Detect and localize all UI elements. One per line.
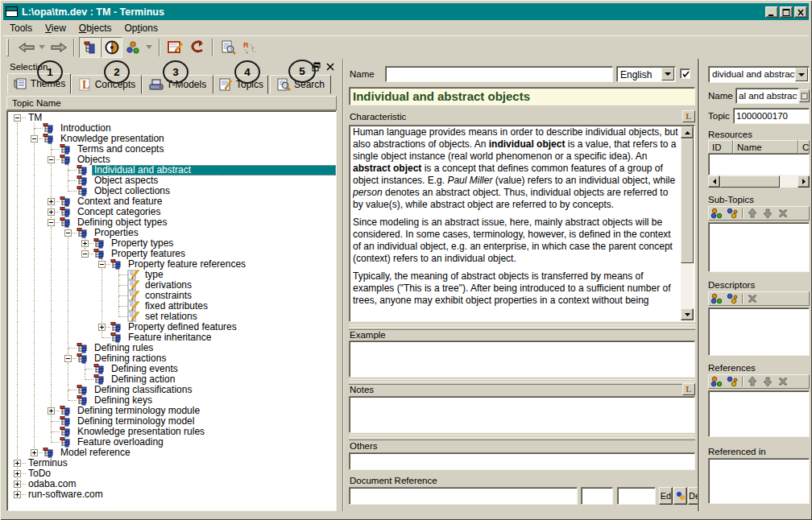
back-button[interactable] — [15, 37, 37, 58]
scope-button[interactable] — [101, 37, 122, 58]
up-icon[interactable] — [747, 376, 760, 387]
tree-item[interactable]: Property feature references — [9, 259, 336, 270]
edit-form-button[interactable] — [164, 37, 186, 58]
tree-item-label[interactable]: Model reference — [58, 448, 133, 458]
run-button[interactable]: R — [239, 37, 261, 58]
tree-item[interactable]: Knowledge presentation rules — [9, 427, 336, 437]
tree-item[interactable]: Knowledge presentation — [9, 134, 336, 144]
delete-icon[interactable] — [777, 376, 790, 387]
objects-dropdown[interactable] — [144, 37, 155, 58]
pencil-icon — [127, 291, 143, 301]
characteristic-language-button[interactable]: L — [682, 110, 695, 122]
docref-edit-button[interactable]: Ed — [659, 487, 673, 505]
menu-objects[interactable]: Objects — [72, 21, 118, 35]
docref-pos-input[interactable] — [617, 487, 656, 505]
language-checkbox[interactable] — [680, 68, 690, 79]
add-icon[interactable] — [710, 376, 723, 387]
splitter[interactable] — [349, 379, 695, 384]
add-icon[interactable] — [710, 293, 723, 304]
name-input[interactable] — [385, 66, 613, 82]
tree-item[interactable]: Introduction — [9, 123, 336, 134]
characteristic-scrollbar[interactable] — [681, 126, 694, 320]
notes-language-button[interactable]: L — [682, 383, 695, 395]
resources-hscrollbar[interactable] — [708, 175, 810, 188]
topic-icon — [93, 249, 109, 259]
scroll-left-icon[interactable] — [708, 175, 720, 188]
example-textarea[interactable] — [349, 340, 695, 378]
tree-item[interactable]: Object collections — [9, 186, 336, 196]
insert-icon[interactable] — [726, 376, 739, 387]
scroll-right-icon[interactable] — [798, 175, 810, 188]
tree-item[interactable]: Context and feature — [9, 196, 336, 207]
scroll-down-icon[interactable] — [681, 308, 694, 320]
tree-item[interactable]: Concept categories — [9, 207, 336, 217]
insert-icon[interactable] — [726, 293, 739, 304]
resources-table-header[interactable]: ID Name C — [708, 140, 810, 154]
insert-icon[interactable] — [726, 208, 739, 219]
tree-item[interactable]: Feature overloading — [9, 437, 336, 448]
subtopics-list[interactable] — [708, 222, 810, 272]
menu-tools[interactable]: Tools — [3, 21, 39, 35]
topic-combo[interactable]: dividual and abstract — [708, 66, 810, 83]
docref-page-input[interactable] — [581, 487, 613, 505]
detail-name-button[interactable] — [799, 89, 810, 102]
language-combo-arrow[interactable] — [661, 68, 674, 80]
down-icon[interactable] — [762, 208, 775, 219]
toolbar-grip[interactable] — [6, 39, 9, 56]
delete-icon[interactable] — [777, 208, 790, 219]
references-list[interactable] — [708, 390, 810, 437]
notes-textarea[interactable] — [349, 396, 695, 433]
tree-item[interactable]: Defining object types — [9, 217, 336, 228]
tree-item-label[interactable]: Property feature references — [126, 259, 248, 270]
minimize-button[interactable] — [765, 6, 778, 18]
tree-item[interactable]: Object aspects — [9, 175, 336, 186]
docref-delete-button[interactable]: Del — [688, 487, 698, 505]
docref-input[interactable] — [349, 487, 578, 505]
tree-item[interactable]: Terms and concepts — [9, 144, 336, 155]
add-icon[interactable] — [710, 208, 723, 219]
tree-item[interactable]: TM — [9, 113, 336, 123]
undo-button[interactable] — [186, 37, 208, 58]
close-button[interactable] — [794, 6, 807, 18]
hscrollbar-thumb[interactable] — [720, 175, 780, 188]
topic-icon — [77, 228, 92, 238]
maximize-button[interactable] — [780, 6, 793, 18]
splitter[interactable] — [349, 435, 695, 440]
language-combo[interactable]: English — [616, 66, 676, 82]
concepts-icon: L — [77, 78, 92, 91]
detail-name-input[interactable] — [735, 88, 799, 104]
others-input[interactable] — [349, 452, 695, 470]
characteristic-textarea[interactable]: Human language provides means in order t… — [349, 125, 695, 322]
tree-item[interactable]: Individual and abstract — [9, 165, 336, 175]
descriptors-list[interactable] — [708, 307, 810, 356]
resources-table-body[interactable] — [708, 154, 810, 175]
tree-item[interactable]: Terminus — [9, 458, 336, 468]
delete-icon[interactable] — [747, 293, 760, 304]
tree-item[interactable]: Defining classifications — [9, 385, 336, 395]
tree-item[interactable]: run-software.com — [9, 489, 336, 500]
tree-view-button[interactable] — [79, 37, 101, 58]
app-icon[interactable] — [6, 6, 18, 17]
tree-item[interactable]: Defining rules — [9, 343, 336, 353]
up-icon[interactable] — [747, 208, 760, 219]
find-document-button[interactable] — [218, 37, 239, 58]
docref-link-button[interactable] — [673, 487, 687, 505]
tree-item-label[interactable]: TM — [26, 113, 44, 123]
menu-view[interactable]: View — [39, 21, 72, 35]
detail-topic-input[interactable] — [733, 108, 810, 124]
referenced-in-label: Referenced in — [708, 447, 766, 456]
objects-button[interactable] — [122, 37, 144, 58]
down-icon[interactable] — [762, 376, 775, 387]
scrollbar-thumb[interactable] — [681, 138, 694, 263]
scroll-up-icon[interactable] — [681, 126, 694, 138]
tree-item-label[interactable]: run-software.com — [26, 489, 106, 500]
topic-combo-arrow[interactable] — [795, 68, 808, 81]
tree-item[interactable]: Feature inheritance — [9, 332, 336, 343]
splitter[interactable] — [349, 324, 695, 329]
close-panel-icon[interactable] — [325, 62, 335, 72]
forward-button[interactable] — [48, 37, 69, 58]
tree-column-header[interactable]: Topic Name — [6, 96, 337, 110]
referenced-in-list[interactable] — [708, 458, 810, 504]
menu-options[interactable]: Options — [118, 21, 164, 35]
back-dropdown[interactable] — [37, 37, 48, 58]
